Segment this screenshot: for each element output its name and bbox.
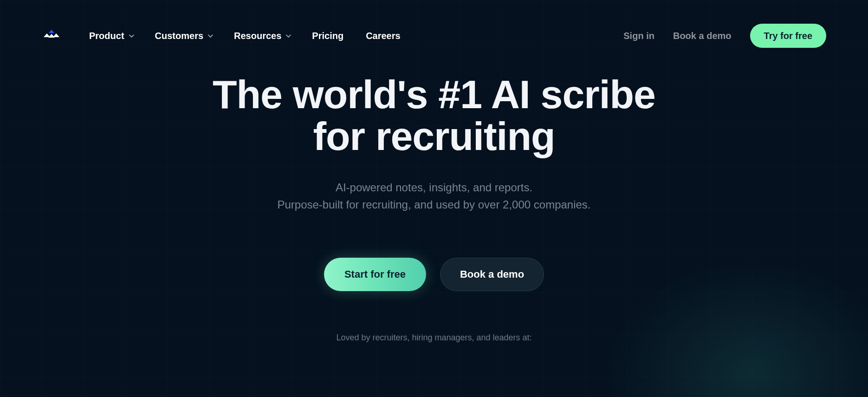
logo[interactable]	[42, 30, 61, 42]
nav-product-label: Product	[89, 31, 124, 41]
sign-in-link[interactable]: Sign in	[623, 31, 654, 41]
svg-marker-3	[48, 34, 55, 38]
nav-careers-label: Careers	[366, 31, 401, 41]
hero-title-line-2: for recruiting	[313, 114, 555, 158]
nav-product[interactable]: Product	[89, 31, 133, 41]
nav-pricing[interactable]: Pricing	[312, 31, 343, 41]
hero-sub-line-2: Purpose-built for recruiting, and used b…	[277, 198, 590, 211]
hero-subtitle: AI-powered notes, insights, and reports.…	[277, 179, 590, 213]
nav-customers-label: Customers	[155, 31, 203, 41]
header-actions: Sign in Book a demo Try for free	[623, 24, 826, 48]
nav-pricing-label: Pricing	[312, 31, 343, 41]
try-for-free-button[interactable]: Try for free	[750, 24, 826, 48]
svg-marker-0	[49, 30, 54, 33]
book-a-demo-button[interactable]: Book a demo	[440, 258, 544, 291]
social-proof-text: Loved by recruiters, hiring managers, an…	[336, 333, 531, 361]
chevron-down-icon	[129, 33, 134, 38]
hero-section: The world's #1 AI scribe for recruiting …	[0, 73, 868, 361]
chevron-down-icon	[286, 33, 291, 38]
svg-marker-1	[44, 33, 50, 37]
chevron-down-icon	[208, 33, 213, 38]
logo-icon	[42, 30, 61, 42]
hero-cta-row: Start for free Book a demo	[324, 258, 544, 291]
hero-sub-line-1: AI-powered notes, insights, and reports.	[336, 181, 532, 194]
start-for-free-button[interactable]: Start for free	[324, 258, 426, 291]
nav-resources-label: Resources	[234, 31, 281, 41]
svg-marker-2	[53, 33, 59, 37]
book-demo-link[interactable]: Book a demo	[673, 31, 732, 41]
nav-resources[interactable]: Resources	[234, 31, 290, 41]
hero-title-line-1: The world's #1 AI scribe	[213, 72, 655, 117]
primary-nav: Product Customers Resources Pricing Care…	[89, 31, 401, 41]
nav-careers[interactable]: Careers	[366, 31, 401, 41]
nav-customers[interactable]: Customers	[155, 31, 212, 41]
site-header: Product Customers Resources Pricing Care…	[0, 0, 868, 51]
hero-title: The world's #1 AI scribe for recruiting	[213, 73, 655, 157]
